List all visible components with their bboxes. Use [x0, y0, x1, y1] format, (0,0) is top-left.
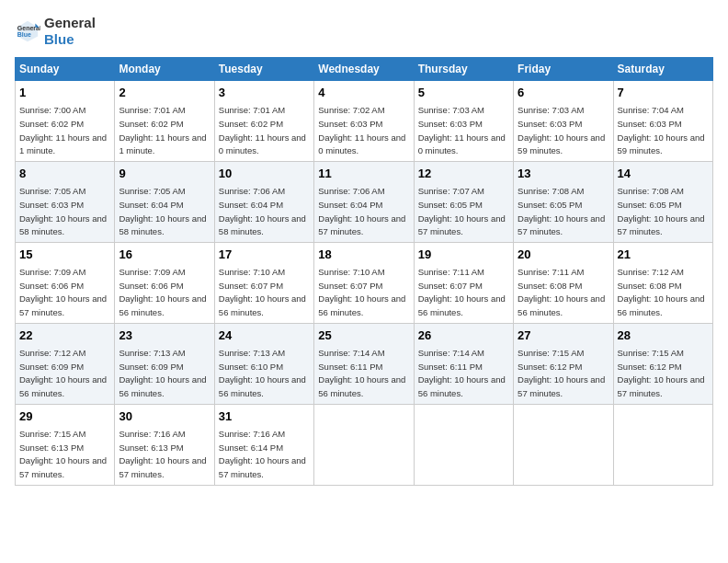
day-info: Sunrise: 7:01 AMSunset: 6:02 PMDaylight:…	[219, 105, 306, 155]
day-number: 28	[618, 327, 709, 344]
day-cell-31: 31 Sunrise: 7:16 AMSunset: 6:14 PMDaylig…	[214, 404, 313, 485]
day-info: Sunrise: 7:11 AMSunset: 6:07 PMDaylight:…	[418, 267, 506, 317]
day-info: Sunrise: 7:04 AMSunset: 6:03 PMDaylight:…	[618, 105, 705, 155]
day-number: 16	[119, 247, 210, 263]
day-number: 12	[418, 166, 509, 182]
day-number: 8	[19, 166, 110, 182]
empty-cell	[514, 404, 613, 485]
day-cell-12: 12 Sunrise: 7:07 AMSunset: 6:05 PMDaylig…	[414, 161, 513, 242]
day-number: 3	[219, 85, 310, 101]
day-number: 22	[19, 327, 110, 344]
day-cell-3: 3 Sunrise: 7:01 AMSunset: 6:02 PMDayligh…	[214, 81, 313, 162]
logo: General Blue General Blue	[15, 15, 96, 48]
day-info: Sunrise: 7:08 AMSunset: 6:05 PMDaylight:…	[618, 186, 705, 236]
day-cell-2: 2 Sunrise: 7:01 AMSunset: 6:02 PMDayligh…	[115, 81, 214, 162]
day-info: Sunrise: 7:14 AMSunset: 6:11 PMDaylight:…	[418, 348, 506, 398]
day-cell-8: 8 Sunrise: 7:05 AMSunset: 6:03 PMDayligh…	[16, 161, 115, 242]
day-number: 24	[219, 327, 310, 344]
day-number: 25	[318, 327, 409, 344]
day-number: 20	[518, 247, 609, 263]
day-cell-11: 11 Sunrise: 7:06 AMSunset: 6:04 PMDaylig…	[314, 161, 414, 242]
day-number: 2	[119, 85, 210, 101]
day-cell-23: 23 Sunrise: 7:13 AMSunset: 6:09 PMDaylig…	[115, 323, 214, 404]
day-cell-26: 26 Sunrise: 7:14 AMSunset: 6:11 PMDaylig…	[414, 323, 513, 404]
empty-cell	[414, 404, 513, 485]
day-info: Sunrise: 7:10 AMSunset: 6:07 PMDaylight:…	[219, 267, 306, 317]
day-info: Sunrise: 7:11 AMSunset: 6:08 PMDaylight:…	[518, 267, 605, 317]
day-number: 9	[119, 166, 210, 182]
day-number: 15	[19, 247, 110, 263]
page-header: General Blue General Blue	[15, 15, 713, 48]
day-info: Sunrise: 7:16 AMSunset: 6:13 PMDaylight:…	[119, 429, 206, 479]
day-info: Sunrise: 7:14 AMSunset: 6:11 PMDaylight:…	[318, 348, 405, 398]
day-info: Sunrise: 7:03 AMSunset: 6:03 PMDaylight:…	[418, 105, 506, 155]
day-info: Sunrise: 7:16 AMSunset: 6:14 PMDaylight:…	[219, 429, 306, 479]
day-info: Sunrise: 7:08 AMSunset: 6:05 PMDaylight:…	[518, 186, 605, 236]
col-header-wednesday: Wednesday	[314, 58, 414, 81]
day-number: 17	[219, 247, 310, 263]
day-cell-17: 17 Sunrise: 7:10 AMSunset: 6:07 PMDaylig…	[214, 242, 313, 323]
empty-cell	[314, 404, 414, 485]
empty-cell	[613, 404, 712, 485]
day-number: 26	[418, 327, 509, 344]
day-cell-16: 16 Sunrise: 7:09 AMSunset: 6:06 PMDaylig…	[115, 242, 214, 323]
day-info: Sunrise: 7:12 AMSunset: 6:08 PMDaylight:…	[618, 267, 705, 317]
day-cell-24: 24 Sunrise: 7:13 AMSunset: 6:10 PMDaylig…	[214, 323, 313, 404]
day-info: Sunrise: 7:01 AMSunset: 6:02 PMDaylight:…	[119, 105, 206, 155]
day-cell-29: 29 Sunrise: 7:15 AMSunset: 6:13 PMDaylig…	[16, 404, 115, 485]
day-cell-13: 13 Sunrise: 7:08 AMSunset: 6:05 PMDaylig…	[514, 161, 613, 242]
day-number: 30	[119, 408, 210, 425]
day-cell-9: 9 Sunrise: 7:05 AMSunset: 6:04 PMDayligh…	[115, 161, 214, 242]
day-cell-28: 28 Sunrise: 7:15 AMSunset: 6:12 PMDaylig…	[613, 323, 712, 404]
col-header-saturday: Saturday	[613, 58, 712, 81]
day-info: Sunrise: 7:09 AMSunset: 6:06 PMDaylight:…	[119, 267, 206, 317]
svg-text:Blue: Blue	[17, 31, 31, 38]
day-number: 13	[518, 166, 609, 182]
day-cell-15: 15 Sunrise: 7:09 AMSunset: 6:06 PMDaylig…	[16, 242, 115, 323]
day-info: Sunrise: 7:15 AMSunset: 6:12 PMDaylight:…	[518, 348, 605, 398]
day-info: Sunrise: 7:06 AMSunset: 6:04 PMDaylight:…	[219, 186, 306, 236]
col-header-tuesday: Tuesday	[214, 58, 313, 81]
day-info: Sunrise: 7:05 AMSunset: 6:04 PMDaylight:…	[119, 186, 206, 236]
day-info: Sunrise: 7:02 AMSunset: 6:03 PMDaylight:…	[318, 105, 405, 155]
day-number: 27	[518, 327, 609, 344]
day-info: Sunrise: 7:06 AMSunset: 6:04 PMDaylight:…	[318, 186, 405, 236]
day-info: Sunrise: 7:07 AMSunset: 6:05 PMDaylight:…	[418, 186, 506, 236]
day-number: 10	[219, 166, 310, 182]
day-cell-5: 5 Sunrise: 7:03 AMSunset: 6:03 PMDayligh…	[414, 81, 513, 162]
day-info: Sunrise: 7:13 AMSunset: 6:09 PMDaylight:…	[119, 348, 206, 398]
day-number: 19	[418, 247, 509, 263]
day-cell-27: 27 Sunrise: 7:15 AMSunset: 6:12 PMDaylig…	[514, 323, 613, 404]
day-info: Sunrise: 7:03 AMSunset: 6:03 PMDaylight:…	[518, 105, 605, 155]
day-cell-10: 10 Sunrise: 7:06 AMSunset: 6:04 PMDaylig…	[214, 161, 313, 242]
day-cell-7: 7 Sunrise: 7:04 AMSunset: 6:03 PMDayligh…	[613, 81, 712, 162]
day-cell-30: 30 Sunrise: 7:16 AMSunset: 6:13 PMDaylig…	[115, 404, 214, 485]
day-cell-22: 22 Sunrise: 7:12 AMSunset: 6:09 PMDaylig…	[16, 323, 115, 404]
day-number: 7	[618, 85, 709, 101]
day-info: Sunrise: 7:05 AMSunset: 6:03 PMDaylight:…	[19, 186, 107, 236]
day-info: Sunrise: 7:00 AMSunset: 6:02 PMDaylight:…	[19, 105, 107, 155]
day-number: 18	[318, 247, 409, 263]
day-number: 23	[119, 327, 210, 344]
day-info: Sunrise: 7:09 AMSunset: 6:06 PMDaylight:…	[19, 267, 107, 317]
day-cell-1: 1 Sunrise: 7:00 AMSunset: 6:02 PMDayligh…	[16, 81, 115, 162]
day-info: Sunrise: 7:15 AMSunset: 6:13 PMDaylight:…	[19, 429, 107, 479]
day-info: Sunrise: 7:10 AMSunset: 6:07 PMDaylight:…	[318, 267, 405, 317]
logo-icon: General Blue	[15, 18, 40, 44]
calendar-table: SundayMondayTuesdayWednesdayThursdayFrid…	[15, 57, 713, 486]
day-cell-14: 14 Sunrise: 7:08 AMSunset: 6:05 PMDaylig…	[613, 161, 712, 242]
day-cell-21: 21 Sunrise: 7:12 AMSunset: 6:08 PMDaylig…	[613, 242, 712, 323]
day-cell-19: 19 Sunrise: 7:11 AMSunset: 6:07 PMDaylig…	[414, 242, 513, 323]
col-header-monday: Monday	[115, 58, 214, 81]
day-cell-4: 4 Sunrise: 7:02 AMSunset: 6:03 PMDayligh…	[314, 81, 414, 162]
day-number: 14	[618, 166, 709, 182]
col-header-sunday: Sunday	[16, 58, 115, 81]
day-cell-6: 6 Sunrise: 7:03 AMSunset: 6:03 PMDayligh…	[514, 81, 613, 162]
day-number: 21	[618, 247, 709, 263]
day-number: 6	[518, 85, 609, 101]
day-info: Sunrise: 7:15 AMSunset: 6:12 PMDaylight:…	[618, 348, 705, 398]
col-header-friday: Friday	[514, 58, 613, 81]
day-cell-25: 25 Sunrise: 7:14 AMSunset: 6:11 PMDaylig…	[314, 323, 414, 404]
day-number: 31	[219, 408, 310, 425]
day-info: Sunrise: 7:12 AMSunset: 6:09 PMDaylight:…	[19, 348, 107, 398]
